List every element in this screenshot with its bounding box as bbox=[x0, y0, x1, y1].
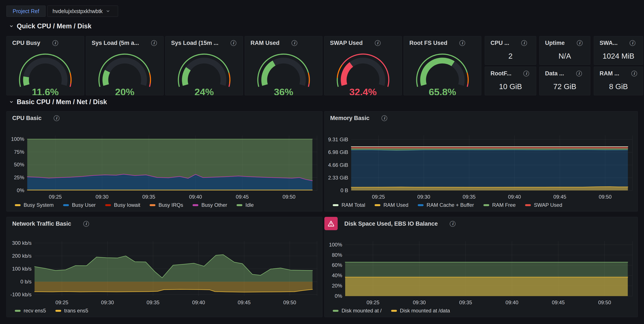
x-axis-tick: 09:25 bbox=[372, 194, 385, 200]
x-axis-tick: 09:40 bbox=[506, 300, 518, 305]
legend-series-label: Busy Iowait bbox=[114, 202, 140, 208]
legend-item[interactable]: Busy Other bbox=[192, 202, 227, 208]
x-axis-tick: 09:35 bbox=[459, 300, 472, 305]
legend-item[interactable]: RAM Free bbox=[484, 202, 516, 208]
info-icon[interactable]: i bbox=[460, 40, 465, 46]
gauge-value: 24% bbox=[194, 86, 214, 95]
info-icon[interactable]: i bbox=[230, 40, 236, 46]
info-icon[interactable]: i bbox=[375, 40, 380, 46]
x-axis-tick: 09:45 bbox=[238, 300, 250, 305]
gauge-arc: 32.4% bbox=[324, 45, 402, 95]
panel-title[interactable]: SWA... bbox=[600, 40, 618, 46]
legend-item[interactable]: Disk mounted at / bbox=[333, 308, 382, 314]
section-row-basic[interactable]: Basic CPU / Mem / Net / Disk bbox=[10, 98, 107, 106]
stat-value: 2 bbox=[485, 52, 536, 60]
panel-header: RAM ...i bbox=[600, 70, 640, 77]
y-axis-tick: 0% bbox=[17, 188, 24, 193]
info-icon[interactable]: i bbox=[521, 40, 527, 46]
chart-legend: Busy SystemBusy UserBusy IowaitBusy IRQs… bbox=[15, 202, 318, 208]
panel-title[interactable]: CPU Basic bbox=[12, 115, 42, 122]
stat-value: 1024 MiB bbox=[594, 52, 643, 60]
legend-item[interactable]: RAM Total bbox=[333, 202, 365, 208]
stat-panel-2: UptimeiN/A bbox=[539, 36, 590, 65]
legend-item[interactable]: Disk mounted at /data bbox=[391, 308, 450, 314]
panel-title[interactable]: CPU ... bbox=[490, 40, 509, 46]
legend-item[interactable]: Busy Iowait bbox=[105, 202, 140, 208]
info-icon[interactable]: i bbox=[151, 40, 157, 46]
legend-item[interactable]: Idle bbox=[236, 202, 254, 208]
panel-title[interactable]: CPU Busy bbox=[12, 40, 40, 46]
legend-series-label: RAM Total bbox=[342, 202, 365, 208]
legend-series-color bbox=[374, 204, 380, 206]
info-icon[interactable]: i bbox=[630, 40, 636, 46]
panel-title[interactable]: RAM Used bbox=[250, 40, 280, 46]
legend-item[interactable]: RAM Cache + Buffer bbox=[418, 202, 474, 208]
section-row-quick[interactable]: Quick CPU / Mem / Disk bbox=[10, 22, 92, 30]
x-axis-tick: 09:50 bbox=[598, 300, 611, 305]
info-icon[interactable]: i bbox=[576, 71, 582, 76]
chart-panel-disk: Disk Space Used, EBS IO Balancei0%20%40%… bbox=[324, 217, 638, 317]
stat-value: 72 GiB bbox=[540, 82, 590, 91]
info-icon[interactable]: i bbox=[450, 221, 456, 227]
panel-title[interactable]: Sys Load (15m ... bbox=[171, 40, 218, 46]
y-axis-tick: 4.66 GiB bbox=[328, 162, 348, 168]
legend-series-color bbox=[192, 204, 198, 206]
panel-title[interactable]: RootF... bbox=[490, 70, 511, 77]
info-icon[interactable]: i bbox=[83, 221, 89, 227]
y-axis-tick: 0% bbox=[335, 293, 342, 299]
y-axis-tick: 20% bbox=[332, 283, 342, 288]
legend-item[interactable]: Busy System bbox=[15, 202, 54, 208]
legend-item[interactable]: RAM Used bbox=[374, 202, 408, 208]
legend-series-color bbox=[15, 204, 20, 206]
panel-title[interactable]: Memory Basic bbox=[330, 115, 370, 122]
info-icon[interactable]: i bbox=[577, 40, 582, 46]
legend-item[interactable]: recv ens5 bbox=[15, 308, 46, 314]
panel-title[interactable]: Network Traffic Basic bbox=[12, 220, 71, 227]
legend-series-color bbox=[236, 204, 242, 206]
x-axis-tick: 09:25 bbox=[49, 194, 62, 200]
panel-title[interactable]: Sys Load (5m a... bbox=[92, 40, 139, 46]
stat-value: N/A bbox=[540, 52, 590, 60]
gauge-panel-1: CPU Busyi11.6% bbox=[6, 36, 84, 95]
alert-state-icon[interactable] bbox=[324, 217, 338, 230]
panel-title[interactable]: Uptime bbox=[545, 40, 565, 46]
project-ref-dropdown[interactable]: hvdelujxlxstpxkhwbtk bbox=[47, 6, 118, 17]
chart-panel-mem: Memory Basici0 B2.33 GiB4.66 GiB6.98 GiB… bbox=[324, 111, 638, 212]
x-axis-tick: 09:45 bbox=[236, 194, 249, 200]
section-title: Quick CPU / Mem / Disk bbox=[17, 22, 92, 30]
info-icon[interactable]: i bbox=[523, 71, 529, 76]
panel-header: RootF...i bbox=[490, 70, 532, 77]
x-axis-tick: 09:35 bbox=[462, 194, 476, 200]
x-axis-tick: 09:40 bbox=[192, 300, 205, 305]
y-axis-tick: 60% bbox=[332, 262, 342, 268]
legend-item[interactable]: trans ens5 bbox=[56, 308, 88, 314]
x-axis-tick: 09:45 bbox=[552, 300, 565, 305]
panel-header: RAM Usedi bbox=[250, 39, 319, 46]
legend-item[interactable]: SWAP Used bbox=[525, 202, 562, 208]
gauge-panel-2: Sys Load (5m a...i20% bbox=[86, 36, 164, 95]
x-axis-tick: 09:35 bbox=[146, 300, 160, 305]
panel-title[interactable]: Root FS Used bbox=[409, 40, 447, 46]
panel-title[interactable]: RAM ... bbox=[600, 70, 619, 77]
panel-header: Memory Basici bbox=[330, 114, 634, 122]
gauge-arc: 36% bbox=[245, 45, 322, 95]
legend-series-color bbox=[333, 310, 338, 312]
panel-title[interactable]: Data ... bbox=[545, 70, 564, 77]
chart-canvas: -100 kb/s0 b/s100 kb/s200 kb/s300 kb/s09… bbox=[7, 217, 322, 317]
chevron-down-icon bbox=[10, 24, 13, 28]
info-icon[interactable]: i bbox=[292, 40, 297, 46]
info-icon[interactable]: i bbox=[382, 115, 387, 121]
x-axis-tick: 09:40 bbox=[189, 194, 202, 200]
legend-item[interactable]: Busy IRQs bbox=[150, 202, 183, 208]
stat-value: 8 GiB bbox=[594, 82, 643, 91]
info-icon[interactable]: i bbox=[52, 40, 58, 46]
panel-title[interactable]: SWAP Used bbox=[330, 40, 363, 46]
y-axis-tick: 6.98 GiB bbox=[328, 149, 348, 155]
info-icon[interactable]: i bbox=[54, 115, 60, 121]
y-axis-tick: 25% bbox=[14, 174, 24, 180]
info-icon[interactable]: i bbox=[631, 71, 637, 76]
panel-title[interactable]: Disk Space Used, EBS IO Balance bbox=[344, 220, 438, 227]
legend-item[interactable]: Busy User bbox=[63, 202, 96, 208]
chevron-down-icon bbox=[10, 100, 13, 104]
legend-series-color bbox=[15, 310, 20, 312]
